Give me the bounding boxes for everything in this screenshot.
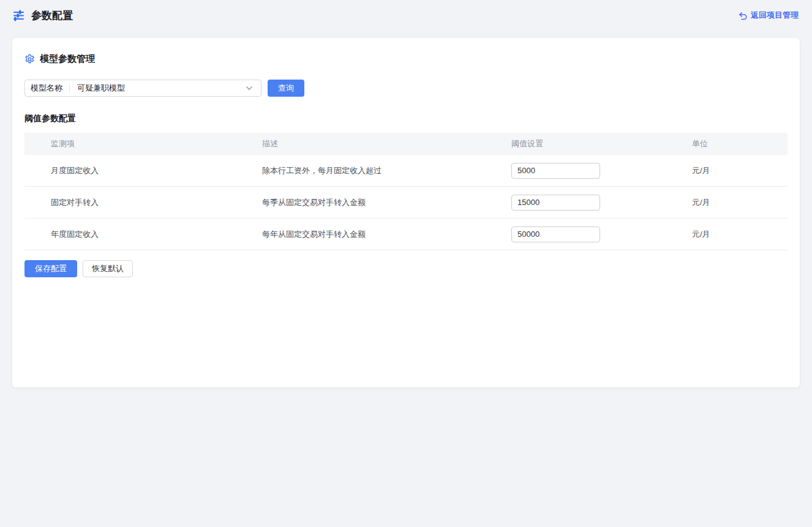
- page-title: 参数配置: [31, 9, 73, 23]
- threshold-input[interactable]: [511, 226, 600, 242]
- threshold-input[interactable]: [511, 163, 600, 179]
- threshold-input[interactable]: [511, 195, 600, 211]
- unit-label: 元/月: [692, 197, 788, 208]
- select-selected-value: 可疑兼职模型: [70, 83, 245, 94]
- save-config-button[interactable]: 保存配置: [24, 260, 77, 277]
- back-to-project-management-link[interactable]: 返回项目管理: [738, 10, 799, 21]
- monitor-item-description: 每年从固定交易对手转入金额: [262, 229, 511, 240]
- sliders-icon: [12, 9, 25, 22]
- table-row: 月度固定收入 除本行工资外，每月固定收入超过 元/月: [24, 155, 788, 187]
- column-header-threshold: 阈值设置: [511, 138, 692, 149]
- undo-arrow-icon: [738, 11, 747, 20]
- table-header-row: 监测项 描述 阈值设置 单位: [24, 133, 788, 155]
- select-label: 模型名称: [25, 83, 70, 93]
- model-name-select[interactable]: 模型名称 可疑兼职模型: [24, 80, 261, 97]
- column-header-item: 监测项: [51, 138, 262, 149]
- table-row: 固定对手转入 每季从固定交易对手转入金额 元/月: [24, 187, 788, 219]
- unit-label: 元/月: [692, 165, 788, 176]
- gear-icon: [24, 54, 35, 64]
- column-header-unit: 单位: [692, 138, 788, 149]
- chevron-down-icon: [245, 84, 254, 92]
- back-link-label: 返回项目管理: [751, 10, 799, 21]
- monitor-item-label: 年度固定收入: [51, 229, 262, 240]
- threshold-section-title: 阈值参数配置: [24, 113, 788, 124]
- model-parameter-card: 模型参数管理 模型名称 可疑兼职模型 查询 阈值参数配置 监测项 描述 阈值设置…: [12, 38, 800, 387]
- threshold-table: 监测项 描述 阈值设置 单位 月度固定收入 除本行工资外，每月固定收入超过 元/…: [24, 133, 788, 250]
- unit-label: 元/月: [692, 229, 788, 240]
- monitor-item-label: 固定对手转入: [51, 197, 262, 208]
- monitor-item-description: 每季从固定交易对手转入金额: [262, 197, 511, 208]
- table-row: 年度固定收入 每年从固定交易对手转入金额 元/月: [24, 219, 788, 250]
- column-header-description: 描述: [262, 138, 511, 149]
- section-title: 模型参数管理: [40, 53, 95, 65]
- top-header-bar: 参数配置 返回项目管理: [0, 0, 812, 31]
- restore-defaults-button[interactable]: 恢复默认: [83, 260, 133, 277]
- query-button[interactable]: 查询: [268, 80, 304, 97]
- monitor-item-label: 月度固定收入: [51, 165, 262, 176]
- monitor-item-description: 除本行工资外，每月固定收入超过: [262, 165, 511, 176]
